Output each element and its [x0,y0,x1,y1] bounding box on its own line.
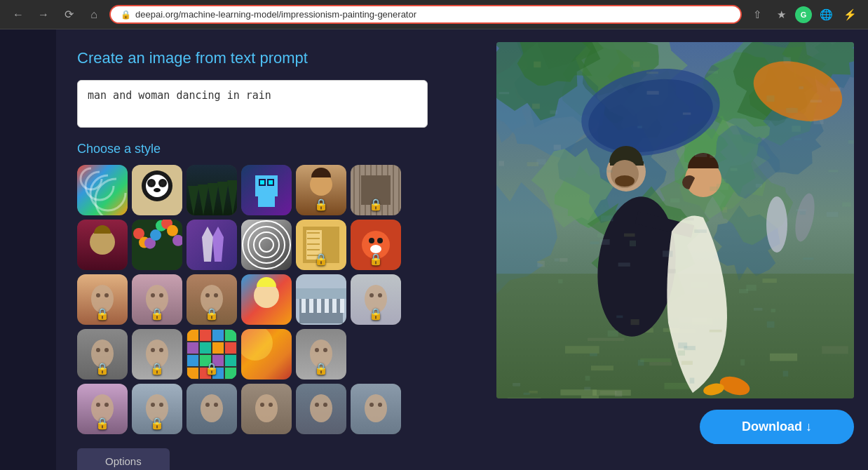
style-item-11[interactable]: 🔒 [296,220,346,270]
style-item-5[interactable]: 🔒 [296,165,346,215]
lock-icon-14: 🔒 [150,307,164,321]
style-item-27[interactable] [241,384,292,434]
style-item-4[interactable] [241,165,292,215]
style-item-26[interactable] [187,384,237,434]
style-item-13[interactable]: 🔒 [77,274,128,325]
style-item-20[interactable]: 🔒 [132,329,182,380]
download-button[interactable]: Download ↓ [700,410,854,444]
lock-icon-21: 🔒 [205,362,219,375]
left-sidebar [0,29,56,470]
reload-button[interactable]: ⟳ [59,5,79,25]
style-item-16[interactable] [241,274,292,325]
style-item-15[interactable]: 🔒 [187,274,237,325]
lock-icon-18: 🔒 [369,307,383,321]
style-item-24[interactable]: 🔒 [77,384,128,434]
style-item-1[interactable] [77,165,128,215]
lock-icon-13: 🔒 [95,307,109,321]
style-item-17[interactable] [296,274,346,325]
lock-icon-20: 🔒 [150,362,164,375]
style-item-14[interactable]: 🔒 [132,274,182,325]
options-button[interactable]: Options [77,448,170,470]
style-item-7[interactable] [77,220,128,270]
lock-icon-25: 🔒 [150,417,164,430]
style-item-12[interactable]: 🔒 [351,220,401,270]
lock-icon-12: 🔒 [369,253,383,266]
style-item-6[interactable]: 🔒 [351,165,401,215]
lock-icon-15: 🔒 [205,307,219,321]
style-item-29[interactable] [351,384,401,434]
lock-icon-24: 🔒 [95,417,109,430]
bookmark-button[interactable]: ★ [771,5,791,25]
style-item-3[interactable] [187,165,237,215]
address-bar[interactable]: 🔒 deepai.org/machine-learning-model/impr… [109,5,742,24]
profile-avatar[interactable]: G [795,6,812,23]
style-item-empty [351,329,401,380]
lock-icon: 🔒 [121,10,131,20]
lock-icon-5: 🔒 [314,198,328,211]
choose-style-label: Choose a style [77,142,475,156]
browser-toolbar: ← → ⟳ ⌂ 🔒 deepai.org/machine-learning-mo… [0,0,868,29]
style-grid: 🔒 🔒 🔒 [77,165,400,434]
style-item-10[interactable] [241,220,292,270]
prompt-input[interactable]: man and woman dancing in rain [77,80,428,128]
home-button[interactable]: ⌂ [84,5,104,25]
lock-icon-19: 🔒 [95,362,109,375]
browser-actions: ⇧ ★ G 🌐 ⚡ [747,5,860,25]
back-button[interactable]: ← [8,5,28,25]
lock-icon-6: 🔒 [369,198,383,211]
style-item-23[interactable]: 🔒 [296,329,346,380]
style-item-21[interactable]: 🔒 [187,329,237,380]
extensions-button[interactable]: ⚡ [840,5,860,25]
style-item-2[interactable] [132,165,182,215]
share-button[interactable]: ⇧ [747,5,767,25]
page-content: Create an image from text prompt man and… [0,29,868,470]
main-area: Create an image from text prompt man and… [56,29,496,470]
page-title: Create an image from text prompt [77,49,475,67]
globe-button[interactable]: 🌐 [816,5,836,25]
style-item-8[interactable] [132,220,182,270]
right-panel: Download ↓ [496,29,868,470]
forward-button[interactable]: → [34,5,53,25]
style-item-9[interactable] [187,220,237,270]
style-item-19[interactable]: 🔒 [77,329,128,380]
style-item-18[interactable]: 🔒 [351,274,401,325]
style-item-25[interactable]: 🔒 [132,384,182,434]
lock-icon-11: 🔒 [314,253,328,266]
url-text: deepai.org/machine-learning-model/impres… [135,9,731,20]
style-item-22[interactable] [241,329,292,380]
style-item-28[interactable] [296,384,346,434]
generated-image [496,42,854,398]
lock-icon-23: 🔒 [314,362,328,375]
